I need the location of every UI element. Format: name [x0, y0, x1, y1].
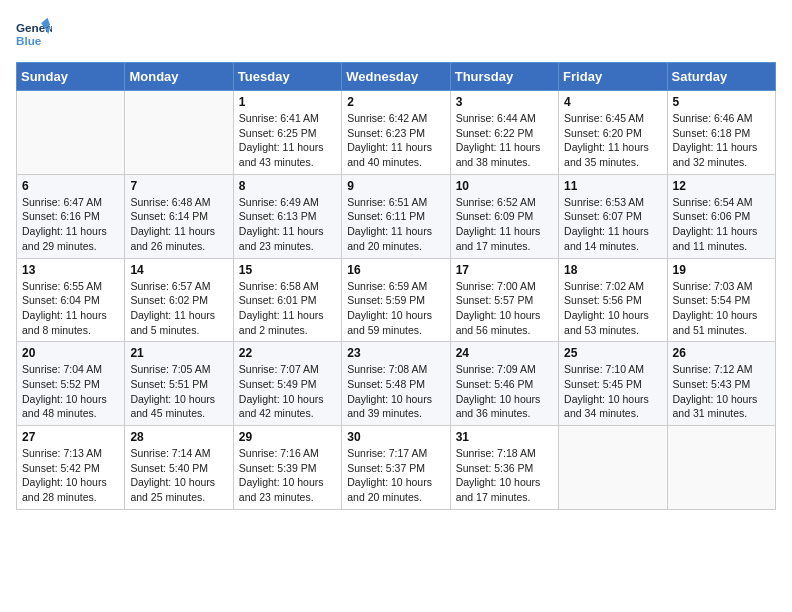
day-info: Sunrise: 7:16 AM Sunset: 5:39 PM Dayligh…	[239, 446, 336, 505]
calendar-week-4: 20Sunrise: 7:04 AM Sunset: 5:52 PM Dayli…	[17, 342, 776, 426]
day-number: 16	[347, 263, 444, 277]
day-number: 15	[239, 263, 336, 277]
calendar-cell: 25Sunrise: 7:10 AM Sunset: 5:45 PM Dayli…	[559, 342, 667, 426]
calendar-week-5: 27Sunrise: 7:13 AM Sunset: 5:42 PM Dayli…	[17, 426, 776, 510]
calendar-cell: 7Sunrise: 6:48 AM Sunset: 6:14 PM Daylig…	[125, 174, 233, 258]
calendar-week-2: 6Sunrise: 6:47 AM Sunset: 6:16 PM Daylig…	[17, 174, 776, 258]
day-info: Sunrise: 7:08 AM Sunset: 5:48 PM Dayligh…	[347, 362, 444, 421]
calendar-cell: 20Sunrise: 7:04 AM Sunset: 5:52 PM Dayli…	[17, 342, 125, 426]
weekday-header-saturday: Saturday	[667, 63, 775, 91]
page-header: General Blue	[16, 16, 776, 52]
calendar-header: SundayMondayTuesdayWednesdayThursdayFrid…	[17, 63, 776, 91]
day-info: Sunrise: 6:48 AM Sunset: 6:14 PM Dayligh…	[130, 195, 227, 254]
day-info: Sunrise: 7:18 AM Sunset: 5:36 PM Dayligh…	[456, 446, 553, 505]
calendar-cell: 3Sunrise: 6:44 AM Sunset: 6:22 PM Daylig…	[450, 91, 558, 175]
weekday-header-sunday: Sunday	[17, 63, 125, 91]
calendar-week-3: 13Sunrise: 6:55 AM Sunset: 6:04 PM Dayli…	[17, 258, 776, 342]
day-number: 25	[564, 346, 661, 360]
day-number: 23	[347, 346, 444, 360]
day-info: Sunrise: 6:47 AM Sunset: 6:16 PM Dayligh…	[22, 195, 119, 254]
weekday-header-monday: Monday	[125, 63, 233, 91]
day-info: Sunrise: 6:41 AM Sunset: 6:25 PM Dayligh…	[239, 111, 336, 170]
weekday-header-thursday: Thursday	[450, 63, 558, 91]
calendar-cell: 1Sunrise: 6:41 AM Sunset: 6:25 PM Daylig…	[233, 91, 341, 175]
day-info: Sunrise: 7:12 AM Sunset: 5:43 PM Dayligh…	[673, 362, 770, 421]
weekday-row: SundayMondayTuesdayWednesdayThursdayFrid…	[17, 63, 776, 91]
calendar-cell: 10Sunrise: 6:52 AM Sunset: 6:09 PM Dayli…	[450, 174, 558, 258]
calendar-cell: 6Sunrise: 6:47 AM Sunset: 6:16 PM Daylig…	[17, 174, 125, 258]
calendar-cell: 16Sunrise: 6:59 AM Sunset: 5:59 PM Dayli…	[342, 258, 450, 342]
logo-icon: General Blue	[16, 16, 52, 52]
calendar-cell: 23Sunrise: 7:08 AM Sunset: 5:48 PM Dayli…	[342, 342, 450, 426]
calendar-cell: 22Sunrise: 7:07 AM Sunset: 5:49 PM Dayli…	[233, 342, 341, 426]
day-number: 24	[456, 346, 553, 360]
day-number: 8	[239, 179, 336, 193]
calendar-table: SundayMondayTuesdayWednesdayThursdayFrid…	[16, 62, 776, 510]
day-info: Sunrise: 6:59 AM Sunset: 5:59 PM Dayligh…	[347, 279, 444, 338]
day-number: 19	[673, 263, 770, 277]
logo: General Blue	[16, 16, 52, 52]
weekday-header-wednesday: Wednesday	[342, 63, 450, 91]
day-info: Sunrise: 7:10 AM Sunset: 5:45 PM Dayligh…	[564, 362, 661, 421]
calendar-cell: 4Sunrise: 6:45 AM Sunset: 6:20 PM Daylig…	[559, 91, 667, 175]
calendar-cell: 5Sunrise: 6:46 AM Sunset: 6:18 PM Daylig…	[667, 91, 775, 175]
day-number: 26	[673, 346, 770, 360]
weekday-header-tuesday: Tuesday	[233, 63, 341, 91]
day-info: Sunrise: 6:44 AM Sunset: 6:22 PM Dayligh…	[456, 111, 553, 170]
day-number: 3	[456, 95, 553, 109]
calendar-cell: 26Sunrise: 7:12 AM Sunset: 5:43 PM Dayli…	[667, 342, 775, 426]
day-number: 27	[22, 430, 119, 444]
day-info: Sunrise: 6:57 AM Sunset: 6:02 PM Dayligh…	[130, 279, 227, 338]
day-info: Sunrise: 7:13 AM Sunset: 5:42 PM Dayligh…	[22, 446, 119, 505]
day-number: 17	[456, 263, 553, 277]
calendar-cell: 11Sunrise: 6:53 AM Sunset: 6:07 PM Dayli…	[559, 174, 667, 258]
day-number: 10	[456, 179, 553, 193]
calendar-cell: 28Sunrise: 7:14 AM Sunset: 5:40 PM Dayli…	[125, 426, 233, 510]
day-info: Sunrise: 7:05 AM Sunset: 5:51 PM Dayligh…	[130, 362, 227, 421]
day-number: 7	[130, 179, 227, 193]
day-info: Sunrise: 7:14 AM Sunset: 5:40 PM Dayligh…	[130, 446, 227, 505]
calendar-cell: 9Sunrise: 6:51 AM Sunset: 6:11 PM Daylig…	[342, 174, 450, 258]
day-number: 21	[130, 346, 227, 360]
day-info: Sunrise: 7:02 AM Sunset: 5:56 PM Dayligh…	[564, 279, 661, 338]
calendar-body: 1Sunrise: 6:41 AM Sunset: 6:25 PM Daylig…	[17, 91, 776, 510]
day-info: Sunrise: 7:07 AM Sunset: 5:49 PM Dayligh…	[239, 362, 336, 421]
day-info: Sunrise: 6:52 AM Sunset: 6:09 PM Dayligh…	[456, 195, 553, 254]
day-info: Sunrise: 7:00 AM Sunset: 5:57 PM Dayligh…	[456, 279, 553, 338]
weekday-header-friday: Friday	[559, 63, 667, 91]
svg-text:Blue: Blue	[16, 34, 42, 47]
day-number: 14	[130, 263, 227, 277]
calendar-cell: 19Sunrise: 7:03 AM Sunset: 5:54 PM Dayli…	[667, 258, 775, 342]
calendar-cell: 27Sunrise: 7:13 AM Sunset: 5:42 PM Dayli…	[17, 426, 125, 510]
calendar-cell: 17Sunrise: 7:00 AM Sunset: 5:57 PM Dayli…	[450, 258, 558, 342]
day-info: Sunrise: 7:09 AM Sunset: 5:46 PM Dayligh…	[456, 362, 553, 421]
day-info: Sunrise: 6:45 AM Sunset: 6:20 PM Dayligh…	[564, 111, 661, 170]
calendar-cell: 13Sunrise: 6:55 AM Sunset: 6:04 PM Dayli…	[17, 258, 125, 342]
day-number: 2	[347, 95, 444, 109]
day-number: 31	[456, 430, 553, 444]
calendar-cell	[667, 426, 775, 510]
calendar-cell: 8Sunrise: 6:49 AM Sunset: 6:13 PM Daylig…	[233, 174, 341, 258]
day-info: Sunrise: 6:51 AM Sunset: 6:11 PM Dayligh…	[347, 195, 444, 254]
day-info: Sunrise: 6:42 AM Sunset: 6:23 PM Dayligh…	[347, 111, 444, 170]
calendar-cell	[17, 91, 125, 175]
day-number: 4	[564, 95, 661, 109]
calendar-cell: 14Sunrise: 6:57 AM Sunset: 6:02 PM Dayli…	[125, 258, 233, 342]
day-number: 6	[22, 179, 119, 193]
calendar-cell: 2Sunrise: 6:42 AM Sunset: 6:23 PM Daylig…	[342, 91, 450, 175]
day-info: Sunrise: 6:55 AM Sunset: 6:04 PM Dayligh…	[22, 279, 119, 338]
day-number: 20	[22, 346, 119, 360]
day-info: Sunrise: 6:46 AM Sunset: 6:18 PM Dayligh…	[673, 111, 770, 170]
day-number: 1	[239, 95, 336, 109]
day-info: Sunrise: 7:04 AM Sunset: 5:52 PM Dayligh…	[22, 362, 119, 421]
calendar-cell: 15Sunrise: 6:58 AM Sunset: 6:01 PM Dayli…	[233, 258, 341, 342]
day-number: 9	[347, 179, 444, 193]
day-number: 5	[673, 95, 770, 109]
day-number: 29	[239, 430, 336, 444]
day-number: 12	[673, 179, 770, 193]
day-number: 18	[564, 263, 661, 277]
calendar-cell	[125, 91, 233, 175]
day-number: 28	[130, 430, 227, 444]
calendar-cell: 21Sunrise: 7:05 AM Sunset: 5:51 PM Dayli…	[125, 342, 233, 426]
day-number: 30	[347, 430, 444, 444]
